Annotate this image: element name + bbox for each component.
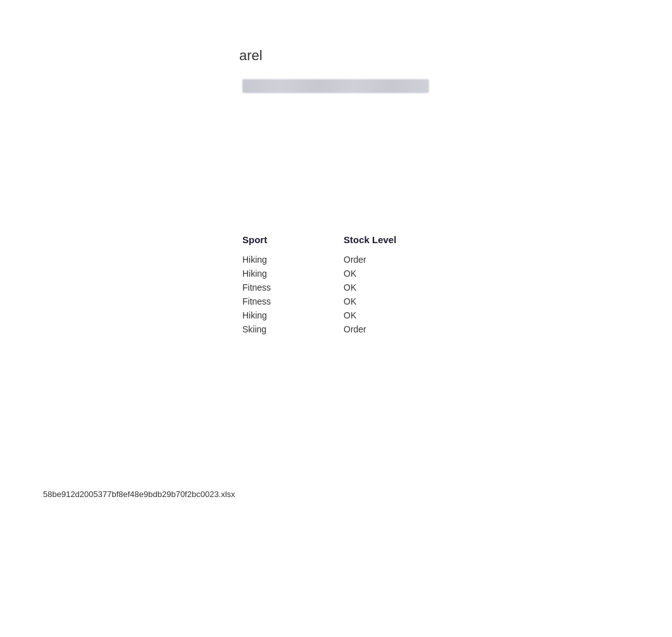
cell-stock-level: OK [344, 296, 445, 306]
table-row: Skiing Order [242, 322, 445, 336]
cell-sport: Skiing [242, 324, 344, 334]
cell-sport: Fitness [242, 282, 344, 293]
table-row: Fitness OK [242, 294, 445, 308]
cell-stock-level: OK [344, 282, 445, 293]
footer-filename: 58be912d2005377bf8ef48e9bdb29b70f2bc0023… [43, 489, 235, 499]
cell-sport: Hiking [242, 268, 344, 279]
page-title: arel [239, 47, 263, 64]
cell-stock-level: Order [344, 324, 445, 334]
data-table: Sport Stock Level Hiking Order Hiking OK… [242, 234, 445, 336]
table-header: Sport Stock Level [242, 234, 445, 250]
table-row: Hiking Order [242, 253, 445, 267]
cell-sport: Fitness [242, 296, 344, 306]
cell-stock-level: Order [344, 255, 445, 265]
column-header-stock-level: Stock Level [344, 234, 445, 245]
table-row: Fitness OK [242, 281, 445, 294]
cell-sport: Hiking [242, 255, 344, 265]
table-row: Hiking OK [242, 308, 445, 322]
cell-stock-level: OK [344, 268, 445, 279]
cell-sport: Hiking [242, 310, 344, 320]
column-header-sport: Sport [242, 234, 344, 245]
table-row: Hiking OK [242, 267, 445, 281]
blurred-content-bar [242, 79, 429, 93]
cell-stock-level: OK [344, 310, 445, 320]
